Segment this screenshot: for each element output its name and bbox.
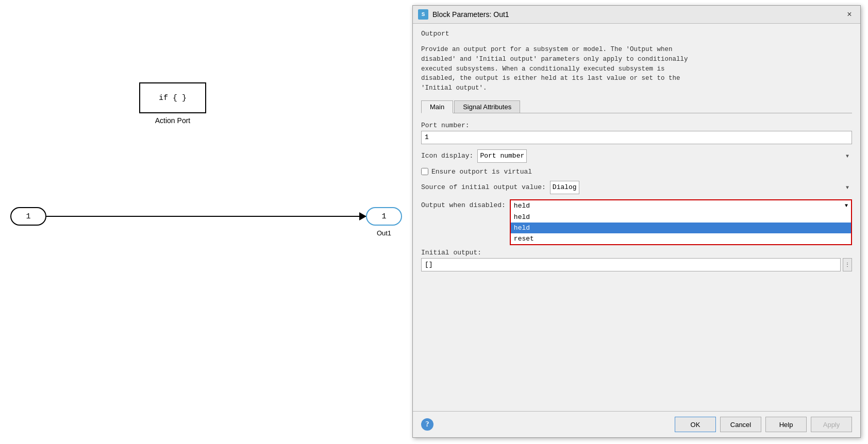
initial-output-expand-btn[interactable]: ⋮ [843,258,852,271]
out-block-label: Out1 [377,229,391,237]
dropdown-option-held-1[interactable]: held [511,212,851,223]
out-oval-block: 1 [366,207,402,226]
footer-left: ? [421,418,433,431]
tab-bar: Main Signal Attributes [421,100,852,113]
action-port-label: Action Port [139,116,206,125]
help-icon-button[interactable]: ? [421,418,433,431]
port-number-label: Port number: [421,122,852,129]
out-oval-value: 1 [381,212,386,221]
dialog-titlebar: S Block Parameters: Out1 × [413,6,860,24]
signal-connector-line [46,216,366,217]
dialog-footer: ? OK Cancel Help Apply [413,411,860,437]
close-button[interactable]: × [844,9,855,20]
block-parameters-dialog: S Block Parameters: Out1 × Outport Provi… [412,5,861,438]
ensure-virtual-label: Ensure outport is virtual [431,168,532,176]
port-number-input[interactable] [421,131,852,144]
icon-display-label: Icon display: [421,152,473,160]
source-initial-select[interactable]: Dialog [550,181,579,194]
output-disabled-value: held [514,202,530,210]
source-initial-select-wrapper: Dialog [550,181,852,194]
icon-display-row: Icon display: Port number [421,149,852,163]
input-oval-block: 1 [10,207,46,226]
dialog-description: Provide an output port for a subsystem o… [421,43,852,95]
dialog-body: Outport Provide an output port for a sub… [413,24,860,411]
initial-output-label: Initial output: [421,249,852,257]
port-number-row: Port number: [421,122,852,144]
ok-button[interactable]: OK [675,417,716,432]
output-disabled-label: Output when disabled: [421,199,506,209]
cancel-button[interactable]: Cancel [720,417,761,432]
form-area: Port number: Icon display: Port number E… [421,118,852,405]
action-port-container: if { } Action Port [139,82,206,125]
dialog-title-left: S Block Parameters: Out1 [418,9,509,20]
output-disabled-row: Output when disabled: held ▼ held held r… [421,199,852,213]
icon-display-select[interactable]: Port number [477,149,527,163]
tab-main[interactable]: Main [421,100,453,113]
description-text: Provide an output port for a subsystem o… [421,46,688,92]
action-port-block-text: if { } [159,94,187,103]
help-button[interactable]: Help [765,417,807,432]
initial-output-input-row: ⋮ [421,258,852,271]
icon-display-select-wrapper: Port number [477,149,852,163]
dropdown-option-held-2[interactable]: held [511,223,851,233]
tab-signal-attributes[interactable]: Signal Attributes [454,100,520,113]
input-oval-value: 1 [26,212,30,221]
source-initial-row: Source of initial output value: Dialog [421,181,852,194]
dropdown-arrow-icon: ▼ [845,203,848,209]
ensure-virtual-checkbox[interactable] [421,168,428,175]
signal-area: 1 1 Out1 [10,201,402,232]
dialog-title: Block Parameters: Out1 [432,10,509,19]
initial-output-input[interactable] [421,258,841,271]
dropdown-option-reset[interactable]: reset [511,233,851,244]
output-disabled-input[interactable]: held ▼ [510,199,852,213]
out-block-wrapper: 1 Out1 [366,207,402,226]
source-initial-label: Source of initial output value: [421,183,546,191]
action-port-block: if { } [139,82,206,113]
output-disabled-options: held held reset [510,212,852,245]
initial-output-row: Initial output: ⋮ [421,249,852,271]
ensure-virtual-row: Ensure outport is virtual [421,168,852,176]
block-type-label: Outport [421,30,852,38]
canvas: if { } Action Port 1 1 Out1 [0,0,412,444]
dialog-icon: S [418,9,428,20]
output-disabled-dropdown-container: held ▼ held held reset [510,199,852,213]
apply-button[interactable]: Apply [811,417,852,432]
